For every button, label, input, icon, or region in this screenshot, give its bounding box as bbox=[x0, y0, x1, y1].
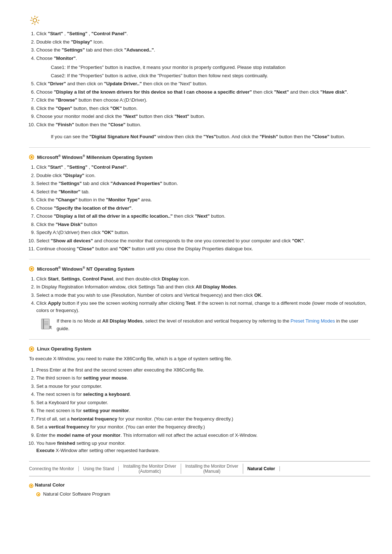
list-item: Click the "Open" button, then click "OK"… bbox=[36, 105, 370, 112]
list-item: Set a Keyboard for your computer. bbox=[36, 399, 370, 406]
svg-rect-1 bbox=[41, 319, 49, 329]
nav-item-using-stand[interactable]: Using the Stand bbox=[79, 466, 119, 471]
list-item: Continue choosing "Close" button and "OK… bbox=[36, 245, 370, 253]
millennium-section: Microsoft® Windows® Millennium Operating… bbox=[29, 154, 370, 253]
first-section: Click "Start" , "Setting" , "Control Pan… bbox=[29, 30, 370, 141]
divider-2 bbox=[29, 259, 370, 259]
page-wrapper: Click "Start" , "Setting" , "Control Pan… bbox=[0, 0, 392, 511]
footer-natural-color-software-label: Natural Color Software Program bbox=[43, 491, 110, 497]
linux-steps-list: Press Enter at the first and the second … bbox=[36, 366, 370, 454]
footer-dot-icon bbox=[29, 484, 33, 488]
nt-info-box: If there is no Mode at All Display Modes… bbox=[40, 317, 370, 333]
svg-point-6 bbox=[49, 326, 52, 328]
list-item: Select "Show all devices" and choose the… bbox=[36, 237, 370, 245]
nav-item-installing-manual[interactable]: Installing the Monitor Driver(Manual) bbox=[181, 464, 243, 474]
footer-natural-color-title: Natural Color bbox=[35, 482, 65, 488]
nt-dot-icon bbox=[29, 266, 34, 271]
list-item: Click the "Browse" button then choose A:… bbox=[36, 97, 370, 104]
nt-info-text: If there is no Mode at All Display Modes… bbox=[57, 317, 370, 333]
nav-item-connecting[interactable]: Connecting the Monitor bbox=[29, 466, 79, 471]
case2-text: Case2: If the "Properties" button is act… bbox=[51, 72, 370, 79]
divider-3 bbox=[29, 339, 370, 340]
list-item: Set a vertical frequency for your monito… bbox=[36, 423, 370, 431]
list-item: Enter the model name of your monitor. Th… bbox=[36, 432, 370, 439]
linux-intro-text: To execute X-Window, you need to make th… bbox=[29, 355, 370, 363]
first-steps-list: Click "Start" , "Setting" , "Control Pan… bbox=[36, 30, 370, 62]
list-item: Select the "Settings" tab and click "Adv… bbox=[36, 180, 370, 187]
list-item: Click the "Finish" button then the "Clos… bbox=[36, 121, 370, 128]
list-item: Specify A:\(D:\driver) then click "OK" b… bbox=[36, 229, 370, 236]
svg-rect-2 bbox=[43, 319, 44, 329]
bottom-nav-bar: Connecting the Monitor Using the Stand I… bbox=[29, 461, 370, 476]
case1-text: Case1: If the "Properties" button is ina… bbox=[51, 64, 370, 71]
list-item: Click "Start" , "Setting" , "Control Pan… bbox=[36, 164, 370, 171]
divider-1 bbox=[29, 147, 370, 148]
list-item: Select the "Monitor" tab. bbox=[36, 188, 370, 196]
list-item: Choose the "Settings" tab and then click… bbox=[36, 46, 370, 54]
list-item: Choose your monitor model and click the … bbox=[36, 113, 370, 120]
list-item: The next screen is for setting your moni… bbox=[36, 407, 370, 414]
list-item: Click the "Have Disk" button bbox=[36, 221, 370, 228]
nt-section: Microsoft® Windows® NT Operating System … bbox=[29, 266, 370, 333]
nt-section-header: Microsoft® Windows® NT Operating System bbox=[29, 266, 370, 272]
list-item: Click Start, Settings, Control Panel, an… bbox=[36, 275, 370, 283]
linux-dot-icon bbox=[29, 346, 34, 352]
list-item: The next screen is for selecting a keybo… bbox=[36, 391, 370, 398]
millennium-dot-icon bbox=[29, 155, 34, 160]
millennium-section-title: Microsoft® Windows® Millennium Operating… bbox=[37, 154, 153, 160]
millennium-section-header: Microsoft® Windows® Millennium Operating… bbox=[29, 154, 370, 160]
list-item: In Display Registration Information wind… bbox=[36, 283, 370, 291]
footer-natural-color-row: Natural Color bbox=[29, 482, 370, 489]
nav-item-natural-color[interactable]: Natural Color bbox=[243, 466, 280, 471]
linux-section-header: Linux Operating System bbox=[29, 346, 370, 352]
list-item: Click Apply button if you see the screen… bbox=[36, 300, 370, 314]
millennium-steps-list: Click "Start" , "Setting" , "Control Pan… bbox=[36, 164, 370, 253]
list-item: Choose "Display a list of all the driver… bbox=[36, 213, 370, 220]
nt-section-title: Microsoft® Windows® NT Operating System bbox=[37, 266, 134, 272]
footer-section: Natural Color Natural Color Software Pro… bbox=[29, 482, 370, 497]
top-gear-icon bbox=[29, 15, 370, 27]
info-pencil-icon bbox=[40, 317, 53, 331]
list-item: Set a mouse for your computer. bbox=[36, 383, 370, 390]
nt-steps-list: Click Start, Settings, Control Panel, an… bbox=[36, 275, 370, 314]
linux-section: Linux Operating System To execute X-Wind… bbox=[29, 346, 370, 454]
footer-subtitle-dot-icon bbox=[36, 492, 40, 496]
list-item: Select a mode that you wish to use (Reso… bbox=[36, 292, 370, 299]
list-item: The third screen is for setting your mou… bbox=[36, 374, 370, 382]
list-item: You have finished setting up your monito… bbox=[36, 440, 370, 454]
list-item: Double click "Display" icon. bbox=[36, 172, 370, 179]
digital-signature-note: If you can see the "Digital Signature No… bbox=[51, 133, 356, 141]
first-steps-list-continued: Click "Driver" and then click on "Update… bbox=[36, 80, 370, 128]
footer-subtitle-row: Natural Color Software Program bbox=[36, 491, 370, 497]
list-item: Press Enter at the first and the second … bbox=[36, 366, 370, 374]
list-item: Click the "Change" button in the "Monito… bbox=[36, 196, 370, 204]
list-item: First of all, set a horizontal frequency… bbox=[36, 415, 370, 423]
linux-section-title: Linux Operating System bbox=[37, 346, 91, 352]
list-item: Choose "Display a list of the known driv… bbox=[36, 89, 370, 96]
list-item: Double click the "Display" Icon. bbox=[36, 38, 370, 46]
svg-point-0 bbox=[33, 19, 37, 22]
list-item: Click "Start" , "Setting" , "Control Pan… bbox=[36, 30, 370, 37]
nav-item-installing-auto[interactable]: Installing the Monitor Driver(Automatic) bbox=[119, 464, 181, 474]
list-item: Choose "Specify the location of the driv… bbox=[36, 205, 370, 212]
preset-timing-link[interactable]: Preset Timing Modes bbox=[291, 318, 335, 324]
list-item: Choose "Monitor". bbox=[36, 55, 370, 62]
list-item: Click "Driver" and then click on "Update… bbox=[36, 80, 370, 87]
